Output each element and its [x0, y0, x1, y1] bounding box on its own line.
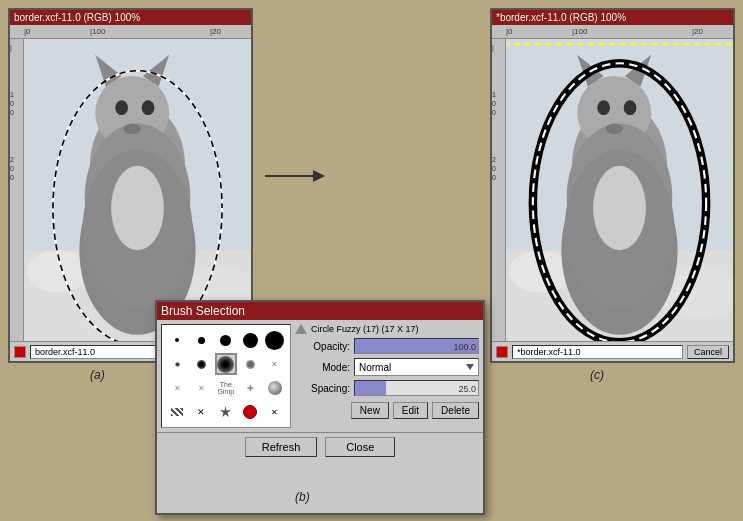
brush-fuzzy-xs — [175, 362, 180, 367]
dropdown-arrow — [466, 364, 474, 370]
brush-fuzzy-s — [197, 360, 206, 369]
wolf-image-c — [506, 39, 733, 356]
mode-dropdown[interactable]: Normal — [354, 358, 479, 376]
brush-item-20[interactable]: ✕ — [264, 401, 286, 423]
brush-item-8-selected[interactable] — [215, 353, 237, 375]
svg-point-30 — [624, 100, 637, 115]
brush-x-1: ✕ — [271, 360, 278, 369]
brush-item-18[interactable] — [215, 401, 237, 423]
spacing-row: Spacing: 25.0 — [295, 380, 479, 396]
cancel-button[interactable]: Cancel — [687, 345, 729, 359]
status-bar-c: *border.xcf-11.0 Cancel — [492, 341, 733, 361]
brush-item-2[interactable] — [190, 329, 212, 351]
brush-item-11[interactable]: ✕ — [166, 377, 188, 399]
svg-point-13 — [142, 100, 155, 115]
brush-item-15[interactable] — [264, 377, 286, 399]
brush-fuzzy-m — [217, 356, 234, 373]
brush-item-17[interactable]: ✕ — [190, 401, 212, 423]
brush-text: TheGimp — [217, 381, 234, 395]
brush-star — [218, 405, 233, 420]
brush-content: ✕ ✕ ✕ TheGimp ✚ ✕ — [157, 320, 483, 432]
brush-name-bar: Circle Fuzzy (17) (17 X 17) — [295, 324, 479, 334]
brush-dot-l — [243, 333, 258, 348]
title-bar-a: border.xcf-11.0 (RGB) 100% — [10, 10, 251, 25]
brush-item-19[interactable] — [239, 401, 261, 423]
edit-button[interactable]: Edit — [393, 402, 428, 419]
brush-item-3[interactable] — [215, 329, 237, 351]
brush-cross: ✕ — [271, 408, 278, 417]
brush-params: Circle Fuzzy (17) (17 X 17) Opacity: 100… — [295, 324, 479, 428]
svg-point-29 — [597, 100, 610, 115]
brush-item-14[interactable]: ✚ — [239, 377, 261, 399]
svg-point-12 — [115, 100, 128, 115]
brush-plus: ✚ — [247, 384, 254, 393]
mode-value: Normal — [359, 362, 391, 373]
brush-hatch — [171, 408, 183, 416]
mode-label: Mode: — [295, 362, 350, 373]
svg-point-32 — [593, 166, 646, 251]
brush-dialog: Brush Selection — [155, 300, 485, 515]
caption-b: (b) — [295, 490, 310, 504]
brush-x-3: ✕ — [198, 384, 205, 393]
brush-dot-xs — [175, 338, 179, 342]
opacity-value: 100.0 — [453, 339, 476, 355]
caption-c: (c) — [590, 368, 604, 382]
brush-red-circle — [243, 405, 257, 419]
brush-item-9[interactable] — [239, 353, 261, 375]
brush-dialog-title-bar: Brush Selection — [157, 302, 483, 320]
spacing-value: 25.0 — [458, 381, 476, 397]
opacity-row: Opacity: 100.0 — [295, 338, 479, 354]
brush-x-4: ✕ — [197, 407, 205, 417]
title-bar-c: *border.xcf-11.0 (RGB) 100% — [492, 10, 733, 25]
spacing-slider[interactable]: 25.0 — [354, 380, 479, 396]
brush-sphere — [268, 381, 282, 395]
refresh-button[interactable]: Refresh — [245, 437, 318, 457]
opacity-label: Opacity: — [295, 341, 350, 352]
arrow-line — [265, 175, 313, 177]
brush-x-2: ✕ — [174, 384, 181, 393]
brush-item-5[interactable] — [264, 329, 286, 351]
brush-item-1[interactable] — [166, 329, 188, 351]
brush-item-13[interactable]: TheGimp — [215, 377, 237, 399]
window-c: *border.xcf-11.0 (RGB) 100% |0 |100 |20 … — [490, 8, 735, 363]
brush-fuzzy-2 — [246, 360, 255, 369]
close-button[interactable]: Close — [325, 437, 395, 457]
brush-dot-s — [198, 337, 205, 344]
spacing-fill — [355, 381, 386, 395]
brush-item-6[interactable] — [166, 353, 188, 375]
bottom-row: Refresh Close — [157, 432, 483, 461]
status-icon-a — [14, 346, 26, 358]
svg-point-14 — [124, 124, 141, 135]
brush-item-10[interactable]: ✕ — [264, 353, 286, 375]
brush-dialog-title: Brush Selection — [161, 304, 245, 318]
arrow-head — [313, 170, 325, 182]
triangle-icon — [295, 324, 307, 334]
brush-dot-m — [220, 335, 231, 346]
new-button[interactable]: New — [351, 402, 389, 419]
brush-item-7[interactable] — [190, 353, 212, 375]
arrow — [265, 170, 325, 182]
brush-name: Circle Fuzzy (17) (17 X 17) — [311, 324, 419, 334]
brush-grid: ✕ ✕ ✕ TheGimp ✚ ✕ — [161, 324, 291, 428]
status-icon-c — [496, 346, 508, 358]
delete-button[interactable]: Delete — [432, 402, 479, 419]
svg-point-31 — [606, 124, 623, 135]
title-a: border.xcf-11.0 (RGB) 100% — [14, 12, 140, 23]
mode-row: Mode: Normal — [295, 358, 479, 376]
title-c: *border.xcf-11.0 (RGB) 100% — [496, 12, 626, 23]
action-row: New Edit Delete — [295, 402, 479, 419]
brush-dot-xl — [265, 331, 284, 350]
brush-item-12[interactable]: ✕ — [190, 377, 212, 399]
status-filename-c: *border.xcf-11.0 — [512, 345, 683, 359]
opacity-slider[interactable]: 100.0 — [354, 338, 479, 354]
caption-a: (a) — [90, 368, 105, 382]
brush-item-4[interactable] — [239, 329, 261, 351]
svg-point-15 — [111, 166, 164, 251]
spacing-label: Spacing: — [295, 383, 350, 394]
brush-item-16[interactable] — [166, 401, 188, 423]
